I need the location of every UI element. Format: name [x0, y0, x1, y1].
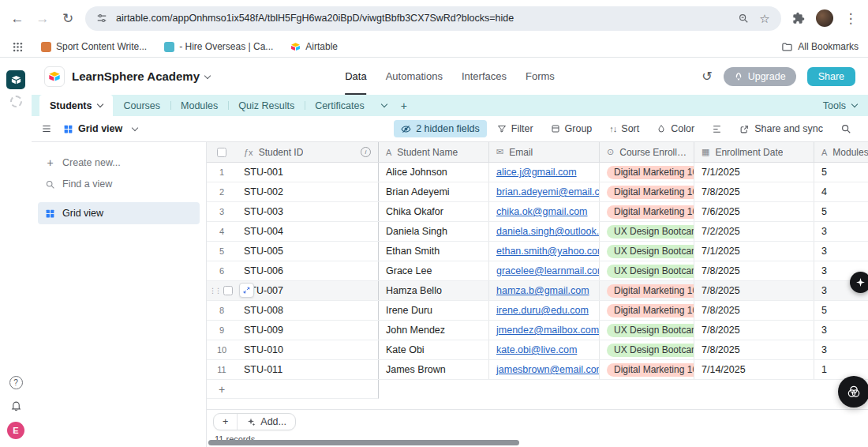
nav-item-data[interactable]: Data: [345, 58, 366, 95]
row-number-cell[interactable]: 4: [207, 222, 237, 241]
row-number-cell[interactable]: 11: [207, 360, 237, 379]
cell-student-name[interactable]: John Mendez: [379, 321, 489, 340]
cell-student-id[interactable]: STU-006: [237, 261, 379, 280]
cell-enrollment-date[interactable]: 7/1/2025: [694, 242, 814, 261]
row-number-cell[interactable]: 6: [207, 261, 237, 280]
tools-button[interactable]: Tools: [812, 95, 868, 116]
cell-modules[interactable]: 3: [814, 340, 868, 359]
apps-grid-icon[interactable]: [9, 39, 25, 54]
row-number-cell[interactable]: 2: [207, 182, 237, 201]
column-header-student-name[interactable]: AStudent Name: [379, 142, 489, 162]
cell-course-enrolled[interactable]: UX Design Bootcamp: [600, 222, 694, 241]
info-icon[interactable]: i: [361, 147, 371, 157]
base-logo[interactable]: [44, 66, 65, 87]
cell-email[interactable]: hamza.b@gmail.com: [489, 281, 600, 300]
row-height-button[interactable]: [705, 121, 729, 137]
cell-student-name[interactable]: Grace Lee: [379, 261, 489, 280]
cell-course-enrolled[interactable]: UX Design Bootcamp: [600, 261, 694, 280]
cell-modules[interactable]: 4: [814, 182, 868, 201]
table-row-11[interactable]: 11STU-011James Brownjamesbrown@email.com…: [207, 360, 868, 380]
reload-button[interactable]: ↻: [60, 10, 76, 26]
cell-student-name[interactable]: James Brown: [379, 360, 489, 379]
cell-email[interactable]: gracelee@learnmail.com: [489, 261, 600, 280]
email-link[interactable]: irene.duru@edu.com: [496, 305, 589, 316]
column-header-email[interactable]: ✉Email: [489, 142, 600, 162]
cell-student-id[interactable]: STU-009: [237, 321, 379, 340]
nav-item-forms[interactable]: Forms: [526, 58, 555, 95]
base-chevron-icon[interactable]: [204, 72, 211, 78]
color-button[interactable]: Color: [649, 120, 702, 137]
omni-ai-button[interactable]: [838, 376, 868, 408]
cell-email[interactable]: irene.duru@edu.com: [489, 301, 600, 320]
drag-handle-icon[interactable]: ⋮⋮: [209, 287, 220, 295]
cell-enrollment-date[interactable]: 7/8/2025: [694, 321, 814, 340]
cell-enrollment-date[interactable]: 7/6/2025: [694, 202, 814, 221]
cell-modules[interactable]: 5: [814, 202, 868, 221]
row-number-cell[interactable]: 3: [207, 202, 237, 221]
tabs-overflow-button[interactable]: [375, 95, 394, 116]
nav-item-interfaces[interactable]: Interfaces: [462, 58, 507, 95]
search-button[interactable]: [833, 120, 859, 137]
table-row-4[interactable]: 4STU-004Daniela Singhdaniela.singh@outlo…: [207, 222, 868, 242]
table-row-1[interactable]: 1STU-001Alice Johnsonalice.j@gmail.comDi…: [207, 163, 868, 182]
view-switcher[interactable]: Grid view: [63, 123, 137, 134]
row-number-cell[interactable]: 5: [207, 242, 237, 261]
row-number-cell[interactable]: 10: [207, 340, 237, 359]
bookmark-item[interactable]: - Hire Overseas | Ca...: [164, 41, 273, 52]
expand-record-button[interactable]: [239, 283, 254, 298]
all-bookmarks-button[interactable]: All Bookmarks: [781, 41, 859, 53]
table-row-2[interactable]: 2STU-002Brian Adeyemibrian.adeyemi@email…: [207, 182, 868, 202]
email-link[interactable]: jmendez@mailbox.com: [496, 325, 599, 336]
cell-student-id[interactable]: STU-005: [237, 242, 379, 261]
table-tab-quiz-results[interactable]: Quiz Results: [228, 95, 305, 116]
cell-student-name[interactable]: Kate Obi: [379, 340, 489, 359]
ai-assistant-button[interactable]: [850, 272, 868, 293]
column-header-student-id[interactable]: ƒxStudent IDi: [237, 142, 379, 162]
cell-course-enrolled[interactable]: Digital Marketing 101: [600, 202, 694, 221]
cell-student-id[interactable]: STU-011: [237, 360, 379, 379]
cell-student-id[interactable]: STU-004: [237, 222, 379, 241]
table-row-9[interactable]: 9STU-009John Mendezjmendez@mailbox.comUX…: [207, 321, 868, 340]
email-link[interactable]: chika.ok@gmail.com: [496, 206, 588, 217]
cell-course-enrolled[interactable]: Digital Marketing 101: [600, 360, 694, 379]
cell-email[interactable]: alice.j@gmail.com: [489, 163, 600, 182]
table-tab-students[interactable]: Students: [39, 95, 113, 116]
cell-student-id[interactable]: STU-010: [237, 340, 379, 359]
cell-student-name[interactable]: Irene Duru: [379, 301, 489, 320]
table-row-7[interactable]: ⋮⋮STU-007Hamza Bellohamza.b@gmail.comDig…: [207, 281, 868, 301]
airtable-home-logo[interactable]: [6, 70, 25, 89]
upgrade-button[interactable]: Upgrade: [724, 67, 796, 86]
cell-enrollment-date[interactable]: 7/8/2025: [694, 182, 814, 201]
cell-student-id[interactable]: STU-002: [237, 182, 379, 201]
cell-student-name[interactable]: Ethan Smith: [379, 242, 489, 261]
sort-button[interactable]: ↑↓ Sort: [602, 120, 646, 137]
email-link[interactable]: jamesbrown@email.com: [496, 364, 600, 375]
cell-modules[interactable]: 3: [814, 242, 868, 261]
cell-enrollment-date[interactable]: 7/8/2025: [694, 340, 814, 359]
find-view-input[interactable]: Find a view: [38, 174, 200, 194]
cell-email[interactable]: ethan.smith@yahoo.com: [489, 242, 600, 261]
email-link[interactable]: kate.obi@live.com: [496, 344, 577, 355]
table-row-3[interactable]: 3STU-003Chika Okaforchika.ok@gmail.comDi…: [207, 202, 868, 222]
cell-email[interactable]: jamesbrown@email.com: [489, 360, 600, 379]
cell-enrollment-date[interactable]: 7/8/2025: [694, 281, 814, 300]
email-link[interactable]: hamza.b@gmail.com: [496, 285, 589, 296]
cell-student-name[interactable]: Brian Adeyemi: [379, 182, 489, 201]
cell-modules[interactable]: 1: [814, 360, 868, 379]
cell-course-enrolled[interactable]: UX Design Bootcamp: [600, 340, 694, 359]
user-avatar[interactable]: E: [7, 422, 24, 439]
email-link[interactable]: alice.j@gmail.com: [496, 167, 577, 178]
row-number-cell[interactable]: 1: [207, 163, 237, 182]
email-link[interactable]: daniela.singh@outlook.com: [496, 226, 600, 237]
cell-modules[interactable]: 3: [814, 321, 868, 340]
cell-enrollment-date[interactable]: 7/14/2025: [694, 360, 814, 379]
add-record-row[interactable]: +: [207, 380, 379, 399]
cell-student-name[interactable]: Chika Okafor: [379, 202, 489, 221]
cell-student-name[interactable]: Daniela Singh: [379, 222, 489, 241]
share-button[interactable]: Share: [807, 67, 855, 86]
table-row-8[interactable]: 8STU-008Irene Duruirene.duru@edu.comDigi…: [207, 301, 868, 321]
cell-course-enrolled[interactable]: Digital Marketing 101: [600, 163, 694, 182]
back-button[interactable]: ←: [9, 10, 25, 26]
notifications-bell-icon[interactable]: [10, 400, 22, 411]
create-new-button[interactable]: + Create new...: [38, 152, 200, 174]
